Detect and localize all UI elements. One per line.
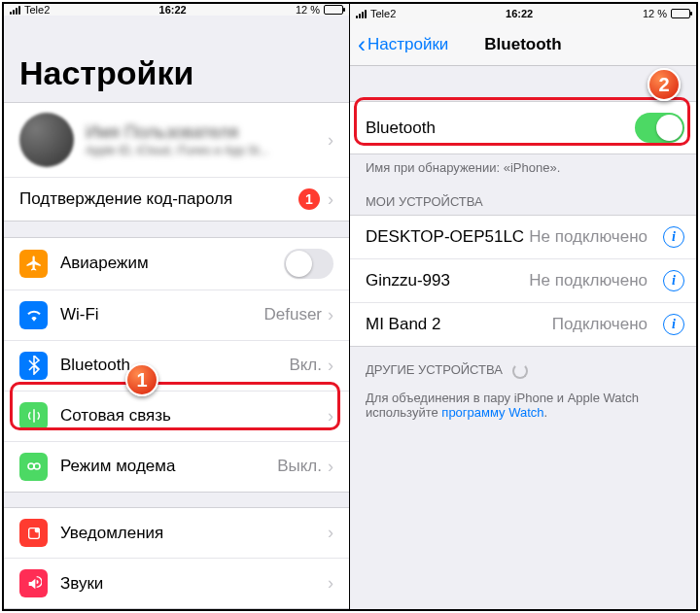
carrier-label: Tele2 <box>370 8 396 19</box>
chevron-right-icon: › <box>328 130 333 151</box>
callout-2: 2 <box>648 68 681 101</box>
bluetooth-toggle[interactable] <box>635 113 684 143</box>
svg-point-1 <box>34 463 40 469</box>
avatar <box>19 113 74 167</box>
info-icon[interactable]: i <box>663 270 684 291</box>
status-bar: Tele2 16:22 12 % <box>350 4 696 23</box>
other-devices-header: ДРУГИЕ УСТРОЙСТВА <box>350 347 696 385</box>
status-time: 16:22 <box>506 8 533 19</box>
bluetooth-row[interactable]: Bluetooth Вкл. › <box>4 340 349 391</box>
profile-row[interactable]: Имя Пользователя Apple ID, iCloud, iTune… <box>4 103 349 178</box>
chevron-right-icon: › <box>328 457 333 477</box>
chevron-right-icon: › <box>328 356 333 376</box>
device-row[interactable]: DESKTOP-OEP51LC Не подключено i <box>350 216 696 258</box>
status-time: 16:22 <box>159 4 187 16</box>
sounds-icon <box>19 569 48 597</box>
notifications-row[interactable]: Уведомления › <box>4 508 349 558</box>
callout-1: 1 <box>125 363 158 396</box>
phone-settings-root: Tele2 16:22 12 % Настройки Имя Пользоват… <box>4 4 350 609</box>
bluetooth-icon <box>19 352 48 380</box>
notifications-icon <box>19 519 48 547</box>
airplane-row[interactable]: Авиарежим <box>4 238 349 289</box>
cellular-row[interactable]: Сотовая связь › <box>4 391 349 441</box>
status-bar: Tele2 16:22 12 % <box>4 4 349 16</box>
battery-label: 12 % <box>296 4 320 16</box>
device-row[interactable]: Ginzzu-993 Не подключено i <box>350 258 696 302</box>
discover-name-label: Имя при обнаружении: «iPhone». <box>350 154 696 179</box>
chevron-right-icon: › <box>328 573 333 594</box>
airplane-icon <box>19 250 48 278</box>
back-button[interactable]: ‹ Настройки <box>350 33 456 56</box>
chevron-right-icon: › <box>328 523 333 543</box>
carrier-label: Tele2 <box>24 4 50 16</box>
svg-point-3 <box>35 528 39 531</box>
bt-toggle-section: Bluetooth <box>350 101 696 154</box>
cellular-icon <box>19 402 48 430</box>
battery-icon <box>324 5 343 15</box>
pair-watch-text: Для объединения в пару iPhone и Apple Wa… <box>350 385 696 424</box>
notification-badge: 1 <box>298 188 320 210</box>
watch-app-link[interactable]: программу Watch <box>441 405 543 420</box>
confirm-passcode-row[interactable]: Подтверждение код-пароля 1 › <box>4 178 349 221</box>
page-title: Настройки <box>19 54 333 92</box>
my-devices-header: МОИ УСТРОЙСТВА <box>350 179 696 215</box>
network-section: Авиарежим Wi-Fi Defuser › Bluetooth Вкл.… <box>4 237 349 493</box>
my-devices-list: DESKTOP-OEP51LC Не подключено i Ginzzu-9… <box>350 215 696 347</box>
info-icon[interactable]: i <box>663 226 684 248</box>
back-chevron-icon: ‹ <box>358 33 366 56</box>
general-section: Уведомления › Звуки › <box>4 507 349 609</box>
chevron-right-icon: › <box>328 189 333 210</box>
chevron-right-icon: › <box>328 305 333 325</box>
bluetooth-toggle-row[interactable]: Bluetooth <box>350 102 696 153</box>
signal-icon <box>10 6 20 15</box>
svg-point-0 <box>28 463 34 469</box>
wifi-icon <box>19 301 48 329</box>
chevron-right-icon: › <box>328 406 333 426</box>
wifi-row[interactable]: Wi-Fi Defuser › <box>4 289 349 340</box>
info-icon[interactable]: i <box>663 314 684 335</box>
nav-bar: ‹ Настройки Bluetooth <box>350 23 696 66</box>
battery-icon <box>671 9 690 18</box>
phone-bluetooth: Tele2 16:22 12 % ‹ Настройки Bluetooth B… <box>350 4 696 609</box>
signal-icon <box>356 10 367 18</box>
battery-label: 12 % <box>643 8 667 19</box>
hotspot-row[interactable]: Режим модема Выкл. › <box>4 441 349 492</box>
sounds-row[interactable]: Звуки › <box>4 558 349 608</box>
device-row[interactable]: MI Band 2 Подключено i <box>350 302 696 346</box>
airplane-toggle[interactable] <box>284 249 333 279</box>
spinner-icon <box>512 363 528 379</box>
hotspot-icon <box>19 453 48 481</box>
